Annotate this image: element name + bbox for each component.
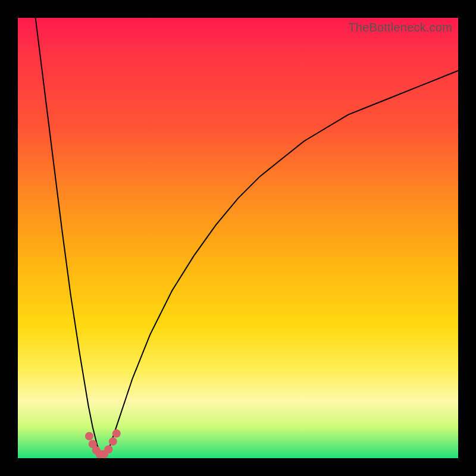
curve-marker bbox=[85, 432, 93, 440]
curve-marker bbox=[104, 445, 112, 453]
curve-marker bbox=[109, 437, 117, 446]
bottleneck-curve bbox=[36, 18, 458, 456]
plot-area: TheBottleneck.com bbox=[18, 18, 458, 458]
curve-layer bbox=[18, 18, 458, 458]
chart-frame: TheBottleneck.com bbox=[0, 0, 476, 476]
marker-group bbox=[85, 430, 121, 459]
curve-marker bbox=[112, 430, 121, 438]
